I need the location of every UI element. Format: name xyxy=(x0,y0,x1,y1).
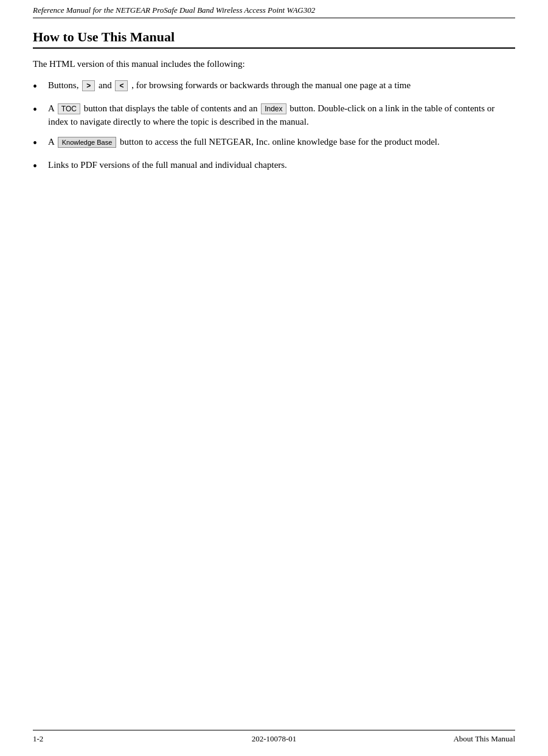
section-title-container: How to Use This Manual xyxy=(33,29,515,49)
bullet-char: • xyxy=(33,77,37,95)
bullet-char: • xyxy=(33,134,37,152)
list-item: • A TOC button that displays the table o… xyxy=(33,102,515,129)
page-header: Reference Manual for the NETGEAR ProSafe… xyxy=(33,0,515,18)
knowledge-base-button[interactable]: Knowledge Base xyxy=(58,137,117,148)
bullet-2-middle: button that displays the table of conten… xyxy=(84,103,260,113)
bullet-3-after: button to access the full NETGEAR, Inc. … xyxy=(120,137,440,147)
bullet-char: • xyxy=(33,100,37,119)
intro-text: The HTML version of this manual includes… xyxy=(33,57,515,71)
bullet-1-and: and xyxy=(99,80,114,90)
footer-left: 1-2 xyxy=(33,734,43,744)
page-footer: 1-2 202-10078-01 About This Manual xyxy=(33,730,515,744)
footer-right: About This Manual xyxy=(453,734,515,744)
bullet-char: • xyxy=(33,157,37,175)
bullet-1-after: , for browsing forwards or backwards thr… xyxy=(131,80,411,90)
index-button[interactable]: Index xyxy=(261,103,286,114)
list-item: • Links to PDF versions of the full manu… xyxy=(33,158,515,175)
bullet-content: A Knowledge Base button to access the fu… xyxy=(48,135,515,149)
toc-button[interactable]: TOC xyxy=(58,103,80,114)
bullet-content: A TOC button that displays the table of … xyxy=(48,102,515,129)
header-text: Reference Manual for the NETGEAR ProSafe… xyxy=(33,5,315,15)
bullet-1-before: Buttons, xyxy=(48,80,81,90)
bullet-3-before: A xyxy=(48,137,57,147)
forward-button[interactable]: > xyxy=(82,80,95,91)
bullet-content: Links to PDF versions of the full manual… xyxy=(48,158,515,172)
bullet-list: • Buttons, > and < , for browsing forwar… xyxy=(33,78,515,175)
footer-center: 202-10078-01 xyxy=(252,734,297,744)
bullet-content: Buttons, > and < , for browsing forwards… xyxy=(48,78,515,92)
list-item: • Buttons, > and < , for browsing forwar… xyxy=(33,78,515,95)
bullet-2-before: A xyxy=(48,103,57,113)
list-item: • A Knowledge Base button to access the … xyxy=(33,135,515,152)
section-title: How to Use This Manual xyxy=(33,29,515,45)
back-button[interactable]: < xyxy=(115,80,128,91)
